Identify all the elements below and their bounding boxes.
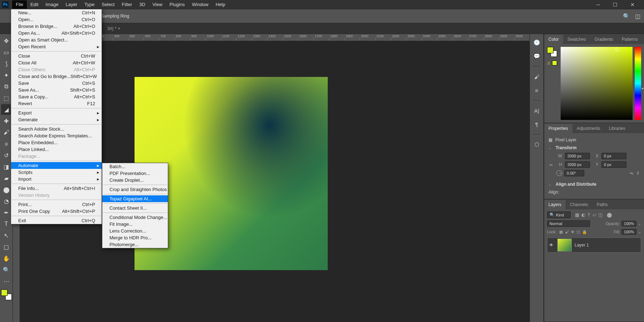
menu-edit[interactable]: Edit [27, 0, 42, 9]
mini-swatches[interactable] [547, 47, 557, 57]
menu-item-lens-correction[interactable]: Lens Correction... [102, 228, 168, 234]
quick-select-tool[interactable]: ✦ [1, 70, 12, 80]
shape-tool[interactable]: ▢ [1, 241, 12, 252]
menu-window[interactable]: Window [188, 0, 212, 9]
y-input[interactable]: 0 px [601, 161, 626, 168]
gamut-warning[interactable]: ⚠ [547, 60, 558, 65]
filter-type-icon[interactable]: T [587, 212, 590, 218]
eraser-tool[interactable]: ◨ [1, 161, 12, 172]
brush-tool[interactable]: 🖌 [1, 127, 12, 138]
menu-item-place-linked[interactable]: Place Linked... [11, 146, 102, 153]
layer-filter-select[interactable]: 🔍 Kind [547, 211, 571, 218]
menu-item-fit-image[interactable]: Fit Image... [102, 221, 168, 228]
color-swatches[interactable] [1, 289, 12, 300]
opacity-chevron-icon[interactable]: ⌄ [638, 221, 641, 226]
menu-plugins[interactable]: Plugins [166, 0, 189, 9]
tab-libraries[interactable]: Libraries [605, 124, 630, 133]
filter-smart-icon[interactable]: ◫ [598, 212, 602, 218]
menu-item-create-droplet[interactable]: Create Droplet... [102, 177, 168, 184]
menu-item-new[interactable]: New...Ctrl+N [11, 9, 102, 16]
menu-item-crop-and-straighten-photos[interactable]: Crop and Straighten Photos [102, 186, 168, 193]
menu-item-close-and-go-to-bridge[interactable]: Close and Go to Bridge...Shift+Ctrl+W [11, 73, 102, 80]
width-input[interactable]: 2000 px [565, 153, 590, 159]
menu-item-browse-in-bridge[interactable]: Browse in Bridge...Alt+Ctrl+O [11, 23, 102, 30]
healing-tool[interactable]: ✚ [1, 116, 12, 126]
menu-item-exit[interactable]: ExitCtrl+Q [11, 217, 102, 224]
stamp-tool[interactable]: ⎒ [1, 138, 12, 149]
link-dimensions-icon[interactable]: ⫘ [548, 162, 553, 167]
menu-item-search-adobe-express-templates[interactable]: Search Adobe Express Templates... [11, 132, 102, 139]
menu-item-search-adobe-stock[interactable]: Search Adobe Stock... [11, 126, 102, 132]
tab-gradients[interactable]: Gradients [590, 35, 618, 44]
menu-item-contact-sheet-ii[interactable]: Contact Sheet II... [102, 205, 168, 211]
frame-tool[interactable]: ⬚ [1, 93, 12, 103]
lasso-tool[interactable]: ⟆ [1, 58, 12, 69]
layer-name[interactable]: Layer 1 [575, 243, 589, 248]
menu-item-print[interactable]: Print...Ctrl+P [11, 201, 102, 208]
marquee-tool[interactable]: ▭ [1, 47, 12, 58]
lock-artboard-icon[interactable]: ◫ [576, 230, 580, 234]
menu-item-merge-to-hdr-pro[interactable]: Merge to HDR Pro... [102, 234, 168, 241]
3d-panel-icon[interactable]: ⬡ [532, 140, 542, 150]
menu-item-save-as[interactable]: Save As...Shift+Ctrl+S [11, 87, 102, 93]
menu-view[interactable]: View [149, 0, 166, 9]
history-panel-icon[interactable]: 🕘 [532, 38, 542, 48]
menu-item-place-embedded[interactable]: Place Embedded... [11, 139, 102, 146]
filter-pixel-icon[interactable]: ▦ [575, 212, 579, 218]
crop-tool[interactable]: ⧉ [1, 81, 12, 92]
brushes-icon[interactable]: ≡ [532, 85, 542, 95]
menu-help[interactable]: Help [212, 0, 229, 9]
tab-color[interactable]: Color [544, 35, 563, 44]
path-select-tool[interactable]: ↖ [1, 230, 12, 241]
lock-position-icon[interactable]: ✥ [571, 230, 574, 234]
tab-paths[interactable]: Paths [592, 200, 612, 209]
menu-item-save-a-copy[interactable]: Save a Copy...Alt+Ctrl+S [11, 93, 102, 100]
fill-value[interactable]: 100% [621, 229, 636, 235]
eyedropper-tool[interactable]: ◢ [1, 104, 12, 115]
menu-item-save[interactable]: SaveCtrl+S [11, 80, 102, 87]
menu-item-topaz-gigapixel-ai[interactable]: Topaz Gigapixel AI... [102, 195, 168, 202]
blend-mode-select[interactable]: Normal [547, 220, 590, 227]
history-brush-tool[interactable]: ↺ [1, 150, 12, 161]
menu-item-open-as[interactable]: Open As...Alt+Shift+Ctrl+O [11, 30, 102, 36]
filter-shape-icon[interactable]: ▱ [592, 212, 596, 218]
lock-transparent-icon[interactable]: ▩ [559, 230, 563, 234]
maximize-button[interactable]: ☐ [610, 1, 620, 8]
menu-filter[interactable]: Filter [118, 0, 136, 9]
lock-all-icon[interactable]: 🔒 [582, 230, 587, 234]
menu-item-close-all[interactable]: Close AllAlt+Ctrl+W [11, 59, 102, 66]
menu-item-scripts[interactable]: Scripts▸ [11, 169, 102, 176]
height-input[interactable]: 2000 px [565, 161, 590, 168]
foreground-color-swatch[interactable] [1, 289, 8, 296]
layer-row[interactable]: 👁 Layer 1 [547, 238, 641, 253]
gradient-tool[interactable]: ▰ [1, 173, 12, 184]
menu-item-open-recent[interactable]: Open Recent▸ [11, 43, 102, 50]
search-icon[interactable]: 🔍 [623, 13, 630, 20]
menu-item-file-info[interactable]: File Info...Alt+Shift+Ctrl+I [11, 185, 102, 192]
menu-item-import[interactable]: Import▸ [11, 176, 102, 182]
blur-tool[interactable]: ⬤ [1, 184, 12, 195]
zoom-tool[interactable]: 🔍 [1, 264, 12, 275]
more-tools[interactable]: ⋯ [1, 276, 12, 287]
fill-chevron-icon[interactable]: ⌄ [638, 230, 641, 234]
visibility-icon[interactable]: 👁 [548, 243, 555, 248]
tab-layers[interactable]: Layers [544, 200, 566, 209]
dodge-tool[interactable]: ◔ [1, 196, 12, 206]
tab-channels[interactable]: Channels [566, 200, 592, 209]
menu-item-revert[interactable]: RevertF12 [11, 100, 102, 107]
brush-settings-icon[interactable]: 🖌 [532, 72, 542, 82]
menu-image[interactable]: Image [42, 0, 62, 9]
tab-swatches[interactable]: Swatches [563, 35, 590, 44]
close-button[interactable]: ✕ [628, 1, 638, 8]
lock-paint-icon[interactable]: 🖌 [565, 230, 569, 234]
menu-3d[interactable]: 3D [136, 0, 149, 9]
menu-type[interactable]: Type [81, 0, 98, 9]
menu-item-photomerge[interactable]: Photomerge... [102, 241, 168, 248]
document-tab[interactable]: 3#) *× [104, 24, 124, 33]
menu-item-export[interactable]: Export▸ [11, 109, 102, 116]
menu-file[interactable]: File [12, 0, 27, 9]
menu-item-batch[interactable]: Batch... [102, 163, 168, 170]
menu-select[interactable]: Select [98, 0, 118, 9]
layer-thumbnail[interactable] [557, 239, 572, 252]
close-tab-icon[interactable]: × [118, 26, 120, 31]
